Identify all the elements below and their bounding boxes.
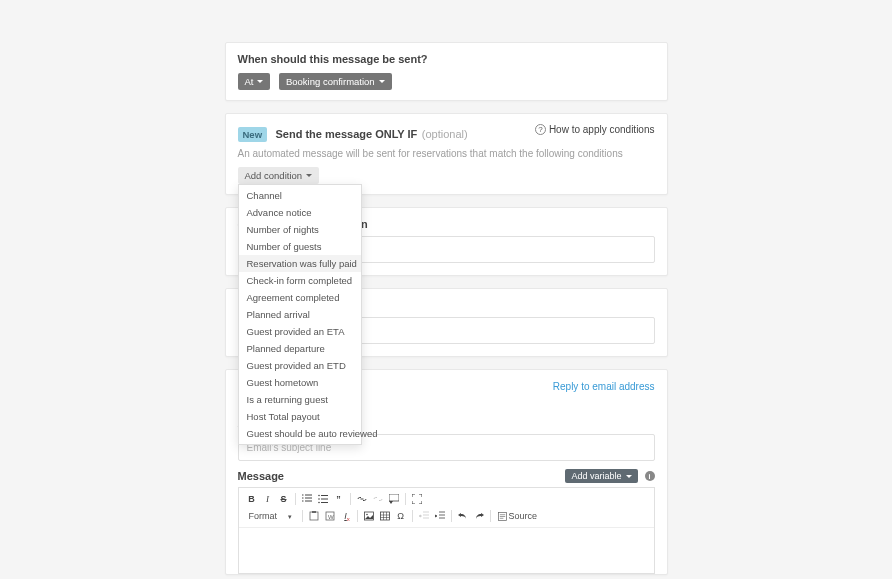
svg-point-1 xyxy=(318,498,320,500)
chevron-down-icon xyxy=(379,80,385,83)
svg-rect-9 xyxy=(380,512,389,520)
link-icon[interactable] xyxy=(355,492,369,506)
condition-option[interactable]: Planned arrival xyxy=(239,306,361,323)
anchor-icon[interactable] xyxy=(387,492,401,506)
condition-option[interactable]: Guest provided an ETD xyxy=(239,357,361,374)
condition-option[interactable]: Guest should be auto reviewed xyxy=(239,425,361,442)
svg-point-8 xyxy=(366,514,368,516)
form-panel: When should this message be sent? At Boo… xyxy=(225,42,668,579)
quote-icon[interactable]: ” xyxy=(332,492,346,506)
maximize-icon[interactable] xyxy=(410,492,424,506)
bullet-list-icon[interactable] xyxy=(316,492,330,506)
rich-text-editor: B I S ” xyxy=(238,487,655,574)
condition-option[interactable]: Reservation was fully paid xyxy=(239,255,361,272)
conditions-title: Send the message ONLY IF xyxy=(276,128,418,140)
condition-option[interactable]: Guest provided an ETA xyxy=(239,323,361,340)
condition-option[interactable]: Agreement completed xyxy=(239,289,361,306)
condition-option[interactable]: Number of guests xyxy=(239,238,361,255)
condition-option[interactable]: Check-in form completed xyxy=(239,272,361,289)
event-dropdown[interactable]: Booking confirmation xyxy=(279,73,392,90)
condition-menu: ChannelAdvance noticeNumber of nightsNum… xyxy=(238,184,362,445)
condition-option[interactable]: Advance notice xyxy=(239,204,361,221)
remove-format-icon[interactable]: Ix xyxy=(339,509,353,523)
at-dropdown[interactable]: At xyxy=(238,73,271,90)
condition-option[interactable]: Number of nights xyxy=(239,221,361,238)
conditions-card: New Send the message ONLY IF (optional) … xyxy=(225,113,668,195)
chevron-down-icon xyxy=(306,174,312,177)
image-icon[interactable] xyxy=(362,509,376,523)
condition-option[interactable]: Planned departure xyxy=(239,340,361,357)
help-link[interactable]: ? How to apply conditions xyxy=(535,124,655,135)
add-variable-button[interactable]: Add variable xyxy=(565,469,637,483)
optional-label: (optional) xyxy=(422,128,468,140)
info-icon[interactable]: i xyxy=(645,471,655,481)
specialchar-icon[interactable]: Ω xyxy=(394,509,408,523)
new-badge: New xyxy=(238,127,268,142)
outdent-icon[interactable] xyxy=(417,509,431,523)
svg-point-0 xyxy=(318,495,320,497)
chevron-down-icon xyxy=(626,475,632,478)
reply-to-link[interactable]: Reply to email address xyxy=(553,381,655,392)
question-icon: ? xyxy=(535,124,546,135)
format-select[interactable]: Format ▾ xyxy=(245,510,296,522)
italic-icon[interactable]: I xyxy=(261,492,275,506)
editor-content[interactable] xyxy=(239,528,654,573)
add-condition-button[interactable]: Add condition xyxy=(238,167,320,184)
condition-option[interactable]: Channel xyxy=(239,187,361,204)
paste-word-icon[interactable]: W xyxy=(323,509,337,523)
unlink-icon[interactable] xyxy=(371,492,385,506)
strike-icon[interactable]: S xyxy=(277,492,291,506)
editor-toolbar: B I S ” xyxy=(239,488,654,528)
indent-icon[interactable] xyxy=(433,509,447,523)
paste-icon[interactable] xyxy=(307,509,321,523)
numbered-list-icon[interactable] xyxy=(300,492,314,506)
condition-option[interactable]: Is a returning guest xyxy=(239,391,361,408)
timing-card: When should this message be sent? At Boo… xyxy=(225,42,668,101)
condition-option[interactable]: Guest hometown xyxy=(239,374,361,391)
svg-rect-3 xyxy=(310,512,318,520)
svg-text:W: W xyxy=(328,514,334,520)
redo-icon[interactable] xyxy=(472,509,486,523)
bold-icon[interactable]: B xyxy=(245,492,259,506)
timing-header: When should this message be sent? xyxy=(238,53,655,65)
undo-icon[interactable] xyxy=(456,509,470,523)
message-label: Message xyxy=(238,470,284,482)
chevron-down-icon xyxy=(257,80,263,83)
svg-point-2 xyxy=(318,502,320,504)
svg-rect-4 xyxy=(312,511,316,513)
condition-option[interactable]: Host Total payout xyxy=(239,408,361,425)
conditions-subtext: An automated message will be sent for re… xyxy=(238,148,655,159)
table-icon[interactable] xyxy=(378,509,392,523)
source-button[interactable]: Source xyxy=(495,509,541,523)
